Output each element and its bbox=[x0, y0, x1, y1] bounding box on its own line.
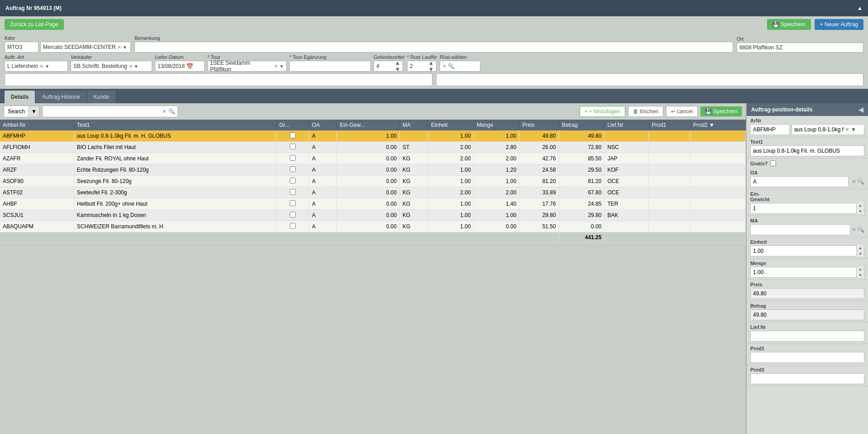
table-row[interactable]: ASOF80Seezunge Fil. 80-120gA0.00KG1.001.… bbox=[0, 176, 746, 187]
auftr-art-arrow-icon[interactable]: ▼ bbox=[45, 64, 49, 69]
table-row[interactable]: ASTF02Seeteufel Fil. 2-300gA0.00KG2.002.… bbox=[0, 187, 746, 198]
ein-gewicht-value[interactable] bbox=[751, 205, 856, 212]
menge-input[interactable]: ▲ ▼ bbox=[750, 267, 864, 278]
auftr-art-clear-icon[interactable]: ✕ bbox=[39, 63, 43, 69]
einheit-value[interactable] bbox=[751, 248, 856, 254]
arnr-arrow-icon[interactable]: ▼ bbox=[851, 126, 856, 133]
table-row[interactable]: AZAFRZander Fil. ROYAL ohne HautA0.00KG2… bbox=[0, 153, 746, 164]
gebinde-spin-icon[interactable]: ▲▼ bbox=[395, 60, 400, 72]
text1-input[interactable]: aus Loup 0.8-1.0kg Fil. m. GLOBUS bbox=[750, 145, 864, 156]
kdnr-arrow-icon[interactable]: ▼ bbox=[123, 45, 127, 50]
row-checkbox[interactable] bbox=[290, 144, 296, 149]
text-area-right[interactable] bbox=[436, 73, 864, 86]
tab-auftrag-historie[interactable]: Auftrag-Historie bbox=[36, 91, 86, 103]
ein-gewicht-up-icon[interactable]: ▲ bbox=[856, 203, 864, 208]
tab-kunde[interactable]: Kunde bbox=[87, 91, 116, 103]
kdnr-clear-icon[interactable]: ✕ bbox=[117, 44, 121, 50]
kdnr-input[interactable]: MTO3 bbox=[5, 42, 38, 53]
liefer-datum-input[interactable]: 13/08/2018 📅 bbox=[155, 61, 205, 72]
back-button[interactable]: Zurück zu List-Page bbox=[5, 19, 64, 30]
menge-down-icon[interactable]: ▼ bbox=[856, 272, 864, 278]
cell-prod2 bbox=[690, 210, 745, 221]
bemerkung-input[interactable] bbox=[134, 42, 733, 53]
row-checkbox[interactable] bbox=[290, 132, 296, 138]
verkaeufer-arrow-icon[interactable]: ▼ bbox=[134, 64, 139, 69]
menge-up-icon[interactable]: ▲ bbox=[856, 266, 864, 272]
cell-prod1 bbox=[649, 164, 690, 176]
row-checkbox[interactable] bbox=[290, 189, 296, 195]
menge-value[interactable] bbox=[751, 269, 856, 275]
oa-input[interactable]: A bbox=[750, 176, 849, 187]
gebinde-input[interactable]: 4 ▲▼ bbox=[374, 61, 403, 72]
ein-gewicht-input[interactable]: ▲ ▼ bbox=[750, 203, 864, 214]
arnr-clear-icon[interactable]: ✕ bbox=[845, 126, 849, 133]
table-row[interactable]: ABFMHPaus Loup 0.8-1.0kg Fil. m. H. GLOB… bbox=[0, 130, 746, 142]
search-dropdown-arrow[interactable]: ▼ bbox=[29, 106, 39, 117]
table-row[interactable]: SCSJU1Kammuscheln in 1 kg DosenA0.00KG1.… bbox=[0, 210, 746, 221]
tour-input[interactable]: 1SEE Seedamm Pfäffikon ✕ ▼ bbox=[207, 61, 287, 72]
tour-arrow-icon[interactable]: ▼ bbox=[279, 64, 284, 69]
lief-nr-value[interactable] bbox=[753, 333, 862, 339]
einheit-input[interactable]: ▲ ▼ bbox=[750, 246, 864, 256]
rust-laufnr-spin-icon[interactable]: ▲▼ bbox=[428, 60, 434, 72]
row-checkbox[interactable] bbox=[290, 200, 296, 206]
bemerkung-field[interactable] bbox=[137, 44, 730, 50]
tour-erg-input[interactable] bbox=[289, 61, 371, 72]
arnr-text-input[interactable]: aus Loup 0.8-1.0kg f ✕ ▼ bbox=[791, 124, 864, 135]
search-clear-icon[interactable]: ✕ bbox=[162, 108, 167, 115]
row-checkbox[interactable] bbox=[290, 178, 296, 183]
new-button[interactable]: + Neuer Auftrag bbox=[815, 19, 863, 30]
side-panel: Auftrag-position-details ◀ ArNr ABFMHP a… bbox=[746, 103, 868, 434]
col-text1: Text1 bbox=[74, 120, 276, 130]
row-checkbox[interactable] bbox=[290, 155, 296, 161]
prod2-input[interactable] bbox=[750, 373, 864, 384]
search-input[interactable] bbox=[45, 108, 160, 115]
tour-erg-field[interactable] bbox=[292, 63, 368, 69]
kdnr-name-input[interactable]: Mercato SEEDAMM-CENTER ✕ ▼ bbox=[40, 42, 131, 53]
lief-nr-input[interactable] bbox=[750, 331, 864, 342]
table-row[interactable]: ARZFEchte Rotzungen Fil. 80-120gA0.00KG1… bbox=[0, 164, 746, 176]
prod2-value[interactable] bbox=[753, 376, 862, 382]
row-checkbox[interactable] bbox=[290, 166, 296, 172]
save-button-top[interactable]: 💾 Speichern bbox=[767, 19, 811, 30]
ma-clear-icon[interactable]: ✕ bbox=[852, 227, 856, 233]
cancel-button[interactable]: ↩ cancel bbox=[666, 106, 698, 117]
ma-search-icon[interactable]: 🔍 bbox=[858, 227, 864, 233]
table-row[interactable]: AHBFHeilbutt Fil. 200g+ ohne HautA0.00KG… bbox=[0, 198, 746, 210]
row-checkbox[interactable] bbox=[290, 223, 296, 229]
auftr-art-input[interactable]: L Liefershein ✕ ▼ bbox=[5, 61, 68, 72]
side-panel-collapse-icon[interactable]: ◀ bbox=[858, 106, 863, 113]
oa-search-icon[interactable]: 🔍 bbox=[858, 178, 864, 185]
einheit-up-icon[interactable]: ▲ bbox=[856, 245, 864, 251]
ein-gewicht-down-icon[interactable]: ▼ bbox=[856, 208, 864, 214]
row-checkbox[interactable] bbox=[290, 212, 296, 217]
collapse-icon[interactable]: ▲ bbox=[857, 5, 863, 11]
table-row[interactable]: AFLFIOMHBIO Lachs Filet mit HautA0.00ST2… bbox=[0, 142, 746, 153]
rust-wahlen-input[interactable]: ✕ 🔍 bbox=[440, 61, 480, 72]
table-row[interactable]: ABAQUAPMSCHWEIZER Barramundifilets m. HA… bbox=[0, 221, 746, 232]
prod1-input[interactable] bbox=[750, 352, 864, 363]
search-magnifier-icon[interactable]: 🔍 bbox=[168, 108, 175, 115]
oa-clear-icon[interactable]: ✕ bbox=[852, 178, 856, 185]
ort-input[interactable]: 8808 Pfaffikon SZ bbox=[737, 43, 863, 53]
einheit-down-icon[interactable]: ▼ bbox=[856, 251, 864, 257]
ma-input[interactable] bbox=[750, 224, 850, 235]
rust-laufnr-input[interactable]: 2 ▲▼ bbox=[407, 61, 436, 72]
search-label-button[interactable]: Search bbox=[4, 106, 29, 117]
add-button[interactable]: + + hinzufügen bbox=[580, 106, 625, 117]
calendar-icon[interactable]: 📅 bbox=[186, 63, 193, 70]
text-area-left[interactable] bbox=[5, 73, 432, 86]
arnr-input[interactable]: ABFMHP bbox=[750, 124, 790, 135]
save-button[interactable]: 💾 Speichern bbox=[700, 106, 742, 116]
tour-clear-icon[interactable]: ✕ bbox=[274, 63, 278, 69]
prod1-value[interactable] bbox=[753, 354, 862, 361]
delete-button[interactable]: 🗑 löschen bbox=[628, 106, 663, 117]
ma-value[interactable] bbox=[753, 227, 848, 233]
table-scroll[interactable]: Artikel-Nr. Text1 Gr... OA Ein-Gew... MA… bbox=[0, 120, 746, 434]
verkaeufer-clear-icon[interactable]: ✕ bbox=[129, 63, 133, 69]
rust-wahlen-search-icon[interactable]: 🔍 bbox=[448, 63, 455, 69]
verkaeufer-input[interactable]: SB Schriftl. Bestellung ✕ ▼ bbox=[71, 61, 152, 72]
tab-details[interactable]: Details bbox=[5, 91, 35, 103]
gratis-checkbox[interactable] bbox=[770, 160, 776, 166]
rust-wahlen-clear-icon[interactable]: ✕ bbox=[442, 63, 446, 69]
